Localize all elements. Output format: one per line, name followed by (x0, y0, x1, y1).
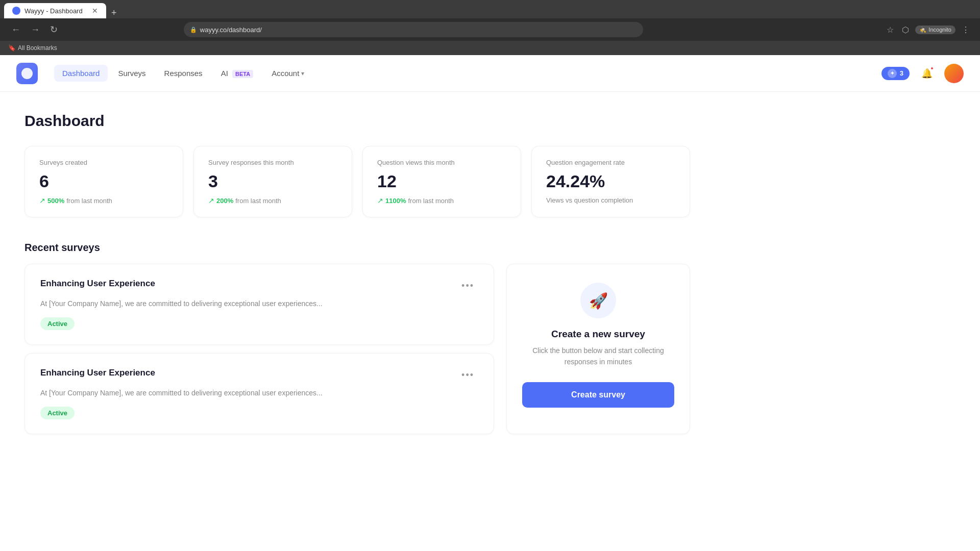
create-panel-icon: 🚀 (580, 283, 616, 318)
bookmarks-all[interactable]: 🔖 All Bookmarks (8, 44, 57, 52)
create-panel-title: Create a new survey (551, 329, 645, 340)
new-tab-button[interactable]: + (107, 8, 121, 18)
app-logo[interactable] (16, 63, 38, 84)
stat-value-views: 12 (377, 171, 506, 191)
app: Dashboard Surveys Responses AI BETA Acco… (0, 55, 980, 551)
stat-change-engagement: Views vs question completion (546, 196, 675, 204)
stat-card-responses: Survey responses this month 3 ↗ 200% fro… (193, 146, 352, 217)
stat-pct-1: 200% (216, 197, 233, 205)
rocket-icon: 🚀 (589, 292, 608, 310)
create-survey-button[interactable]: Create survey (522, 382, 674, 408)
stat-pct-2: 1100% (385, 197, 406, 205)
tab-close-button[interactable]: ✕ (92, 7, 98, 15)
stat-value-responses: 3 (208, 171, 337, 191)
browser-actions: ☆ ⬡ 🕵 Incognito ⋮ (885, 23, 972, 37)
nav-link-responses[interactable]: Responses (156, 65, 211, 82)
secure-icon: 🔒 (190, 27, 197, 33)
stat-value-engagement: 24.24% (546, 171, 675, 191)
survey-list: Enhancing User Experience ••• At [Your C… (24, 264, 494, 434)
bookmarks-bar: 🔖 All Bookmarks (0, 41, 980, 55)
tab-title: Wayyy - Dashboard (24, 7, 83, 15)
survey-more-button-2[interactable]: ••• (457, 368, 478, 383)
stat-change-label-3: Views vs question completion (546, 196, 633, 204)
survey-card-header-1: Enhancing User Experience ••• (40, 279, 478, 293)
browser-chrome: Wayyy - Dashboard ✕ + ← → ↻ 🔒 wayyy.co/d… (0, 0, 980, 41)
surveys-layout: Enhancing User Experience ••• At [Your C… (24, 264, 690, 434)
stat-change-label-2: from last month (408, 197, 454, 205)
ai-link-label: AI (221, 69, 228, 78)
stat-pct-0: 500% (47, 197, 64, 205)
survey-more-button-1[interactable]: ••• (457, 279, 478, 293)
notification-dot (930, 66, 934, 70)
stat-change-label-1: from last month (235, 197, 281, 205)
stat-label-engagement: Question engagement rate (546, 159, 675, 166)
browser-toolbar: ← → ↻ 🔒 wayyy.co/dashboard/ ☆ ⬡ 🕵 Incogn… (0, 18, 980, 41)
survey-title-1: Enhancing User Experience (40, 279, 155, 289)
trend-up-icon-2: ↗ (377, 196, 383, 205)
incognito-badge: 🕵 Incognito (915, 26, 955, 34)
menu-button[interactable]: ⋮ (960, 23, 972, 37)
bookmark-icon: 🔖 (8, 44, 16, 52)
address-bar[interactable]: 🔒 wayyy.co/dashboard/ (184, 22, 643, 37)
bookmarks-label: All Bookmarks (18, 44, 57, 52)
logo-inner (21, 68, 33, 79)
stat-change-responses: ↗ 200% from last month (208, 196, 337, 205)
credits-badge[interactable]: ✦ 3 (881, 67, 910, 80)
nav-right: ✦ 3 🔔 (881, 64, 964, 83)
survey-card-header-2: Enhancing User Experience ••• (40, 368, 478, 383)
stat-change-surveys-created: ↗ 500% from last month (39, 196, 168, 205)
nav-link-account[interactable]: Account ▾ (263, 65, 312, 82)
extensions-button[interactable]: ⬡ (900, 23, 911, 37)
survey-desc-2: At [Your Company Name], we are committed… (40, 388, 478, 398)
survey-desc-1: At [Your Company Name], we are committed… (40, 298, 478, 309)
account-link-label: Account (272, 69, 299, 78)
ai-beta-badge: BETA (232, 70, 253, 78)
stat-label-views: Question views this month (377, 159, 506, 166)
trend-up-icon-0: ↗ (39, 196, 45, 205)
active-tab[interactable]: Wayyy - Dashboard ✕ (4, 3, 106, 18)
nav-link-ai[interactable]: AI BETA (213, 65, 262, 82)
create-panel-desc: Click the button below and start collect… (522, 345, 674, 368)
survey-card-2: Enhancing User Experience ••• At [Your C… (24, 353, 494, 434)
page-title: Dashboard (24, 112, 690, 130)
tab-favicon (12, 7, 20, 15)
trend-up-icon-1: ↗ (208, 196, 214, 205)
recent-surveys-title: Recent surveys (24, 242, 690, 254)
nav-links: Dashboard Surveys Responses AI BETA Acco… (54, 65, 312, 82)
survey-card-1: Enhancing User Experience ••• At [Your C… (24, 264, 494, 345)
back-button[interactable]: ← (8, 22, 23, 37)
stat-card-engagement: Question engagement rate 24.24% Views vs… (531, 146, 690, 217)
nav-link-dashboard[interactable]: Dashboard (54, 65, 108, 82)
stat-value-surveys-created: 6 (39, 171, 168, 191)
forward-button[interactable]: → (28, 22, 43, 37)
url-text: wayyy.co/dashboard/ (200, 26, 262, 34)
stats-grid: Surveys created 6 ↗ 500% from last month… (24, 146, 690, 217)
stat-change-label-0: from last month (66, 197, 112, 205)
stat-label-surveys-created: Surveys created (39, 159, 168, 166)
main-nav: Dashboard Surveys Responses AI BETA Acco… (0, 55, 980, 92)
account-chevron-icon: ▾ (301, 70, 304, 77)
survey-title-2: Enhancing User Experience (40, 368, 155, 378)
user-avatar[interactable] (944, 64, 964, 83)
stat-card-views: Question views this month 12 ↗ 1100% fro… (362, 146, 521, 217)
incognito-label: Incognito (928, 27, 951, 33)
main-content: Dashboard Surveys created 6 ↗ 500% from … (0, 92, 715, 455)
bookmark-button[interactable]: ☆ (885, 23, 896, 37)
stat-change-views: ↗ 1100% from last month (377, 196, 506, 205)
notification-button[interactable]: 🔔 (918, 64, 936, 83)
nav-link-surveys[interactable]: Surveys (110, 65, 154, 82)
create-survey-panel: 🚀 Create a new survey Click the button b… (506, 264, 690, 434)
refresh-button[interactable]: ↻ (47, 22, 61, 37)
survey-status-badge-1: Active (40, 317, 75, 330)
credits-count: 3 (900, 69, 903, 77)
stat-label-responses: Survey responses this month (208, 159, 337, 166)
credits-icon: ✦ (888, 69, 897, 78)
survey-status-badge-2: Active (40, 407, 75, 419)
stat-card-surveys-created: Surveys created 6 ↗ 500% from last month (24, 146, 183, 217)
browser-tabs: Wayyy - Dashboard ✕ + (0, 0, 980, 18)
